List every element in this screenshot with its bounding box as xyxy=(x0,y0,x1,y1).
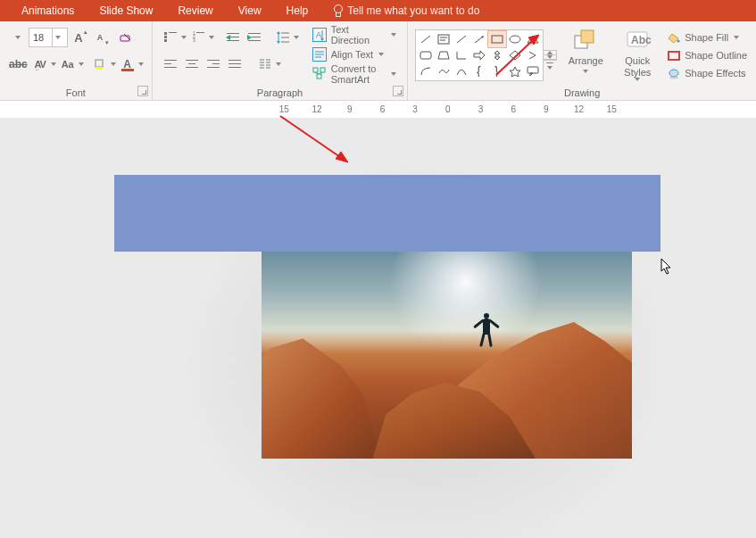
change-case-dropdown[interactable] xyxy=(79,55,85,73)
shrink-font-button[interactable]: A▾ xyxy=(90,28,110,47)
text-direction-dropdown[interactable] xyxy=(391,26,397,44)
group-label-paragraph: Paragraph xyxy=(153,87,408,98)
ribbon-tabstrip: Animations Slide Show Review View Help T… xyxy=(0,0,756,21)
numbering-dropdown[interactable] xyxy=(209,29,215,46)
inserted-rectangle-shape[interactable] xyxy=(114,175,660,252)
shape-line2[interactable] xyxy=(453,31,470,47)
tell-me-search[interactable]: Tell me what you want to do xyxy=(320,4,492,17)
font-color-dropdown[interactable] xyxy=(138,55,145,73)
quick-styles-icon: Abc xyxy=(624,27,651,54)
svg-rect-41 xyxy=(420,52,431,59)
shape-brace-left[interactable]: { xyxy=(470,63,488,79)
font-size-input[interactable]: 18 xyxy=(29,28,68,47)
quick-styles-button[interactable]: Abc Quick Styles xyxy=(614,25,660,86)
justify-icon xyxy=(228,59,241,70)
tab-view[interactable]: View xyxy=(226,0,274,21)
shape-l[interactable] xyxy=(453,47,470,63)
shape-fill-dropdown[interactable] xyxy=(733,29,739,46)
highlight-dropdown[interactable] xyxy=(111,55,117,73)
align-center-icon xyxy=(186,59,198,70)
ruler-tick: 6 xyxy=(497,101,530,119)
align-right-icon xyxy=(207,59,220,70)
convert-smartart-button[interactable]: Convert to SmartArt xyxy=(309,64,401,84)
tell-me-label: Tell me what you want to do xyxy=(347,4,479,17)
eraser-icon xyxy=(119,30,133,45)
grow-font-button[interactable]: A▴ xyxy=(69,28,88,47)
align-right-button[interactable] xyxy=(204,54,223,74)
align-center-button[interactable] xyxy=(182,54,202,74)
svg-point-55 xyxy=(677,39,680,42)
svg-rect-28 xyxy=(317,74,321,79)
horizontal-ruler[interactable]: 15 12 9 6 3 0 3 6 9 12 15 xyxy=(0,101,756,120)
paragraph-dialog-launcher[interactable] xyxy=(393,86,403,96)
font-dialog-launcher[interactable] xyxy=(137,86,148,96)
slide-canvas[interactable] xyxy=(0,118,756,538)
text-direction-icon: A xyxy=(312,28,327,42)
bullets-button[interactable] xyxy=(161,28,180,47)
align-left-button[interactable] xyxy=(161,54,180,74)
shape-rounded-rect[interactable] xyxy=(417,47,435,63)
shape-effects-button[interactable]: Shape Effects xyxy=(666,64,749,82)
align-text-dropdown[interactable] xyxy=(378,46,384,63)
shape-fill-button[interactable]: Shape Fill xyxy=(666,29,749,46)
shape-trapezoid[interactable] xyxy=(435,47,453,63)
arrange-dropdown[interactable] xyxy=(583,67,589,76)
smartart-dropdown[interactable] xyxy=(391,65,396,83)
shape-outline-icon xyxy=(668,51,680,61)
shape-line[interactable] xyxy=(417,31,435,47)
tab-help[interactable]: Help xyxy=(274,0,321,21)
strikethrough-button[interactable]: abc xyxy=(8,54,29,74)
justify-button[interactable] xyxy=(225,54,245,74)
tab-animations[interactable]: Animations xyxy=(9,0,87,21)
decrease-indent-button[interactable] xyxy=(223,28,243,47)
text-direction-button[interactable]: A Text Direction xyxy=(309,25,401,45)
shape-textbox[interactable] xyxy=(435,31,453,47)
slide-image[interactable] xyxy=(262,252,632,459)
columns-button[interactable] xyxy=(255,54,275,74)
shape-freeform[interactable] xyxy=(435,63,453,79)
shape-arrow-line[interactable] xyxy=(470,31,488,47)
increase-indent-button[interactable] xyxy=(245,28,264,47)
shape-effects-label: Shape Effects xyxy=(685,68,745,79)
shapes-gallery-scrollbar[interactable] xyxy=(544,50,557,61)
svg-marker-43 xyxy=(474,51,485,60)
character-spacing-dropdown[interactable] xyxy=(51,55,57,73)
numbering-button[interactable]: 123 xyxy=(188,28,208,47)
columns-dropdown[interactable] xyxy=(276,55,282,73)
smartart-label: Convert to SmartArt xyxy=(331,63,387,85)
svg-rect-2 xyxy=(96,60,103,67)
font-size-dropdown-icon[interactable] xyxy=(55,29,62,46)
svg-marker-61 xyxy=(661,259,670,274)
line-spacing-dropdown[interactable] xyxy=(294,29,300,46)
highlighter-icon xyxy=(94,58,106,70)
svg-marker-5 xyxy=(247,35,252,40)
svg-rect-56 xyxy=(669,52,679,60)
svg-marker-22 xyxy=(320,38,324,41)
ruler-tick: 3 xyxy=(464,101,497,119)
group-font: 18 A▴ A▾ abc AV↔ Aa A Font xyxy=(0,21,153,100)
svg-rect-3 xyxy=(96,67,103,70)
shapes-gallery-down[interactable] xyxy=(544,55,556,60)
annotation-arrow-ruler xyxy=(275,112,355,171)
shape-outline-button[interactable]: Shape Outline xyxy=(666,46,749,64)
font-name-dropdown-edge[interactable] xyxy=(8,28,28,47)
tab-review[interactable]: Review xyxy=(165,0,225,21)
svg-marker-10 xyxy=(277,31,280,34)
highlight-button[interactable] xyxy=(90,54,110,74)
shape-fill-icon xyxy=(668,33,680,43)
shape-outline-label: Shape Outline xyxy=(685,50,747,61)
align-text-button[interactable]: Align Text xyxy=(309,45,401,64)
clear-formatting-button[interactable] xyxy=(116,28,136,47)
increase-indent-icon xyxy=(248,32,261,43)
arrange-button[interactable]: Arrange xyxy=(562,25,609,86)
character-spacing-button[interactable]: AV↔ xyxy=(30,54,50,74)
group-label-font: Font xyxy=(0,87,152,98)
shape-arrow-right[interactable] xyxy=(470,47,488,63)
font-color-button[interactable]: A xyxy=(118,54,137,74)
bullets-dropdown[interactable] xyxy=(181,29,187,46)
line-spacing-button[interactable] xyxy=(273,28,293,47)
change-case-button[interactable]: Aa xyxy=(58,54,78,74)
tab-slideshow[interactable]: Slide Show xyxy=(87,0,165,21)
shape-connector[interactable] xyxy=(417,63,435,79)
shape-curve[interactable] xyxy=(453,63,470,79)
